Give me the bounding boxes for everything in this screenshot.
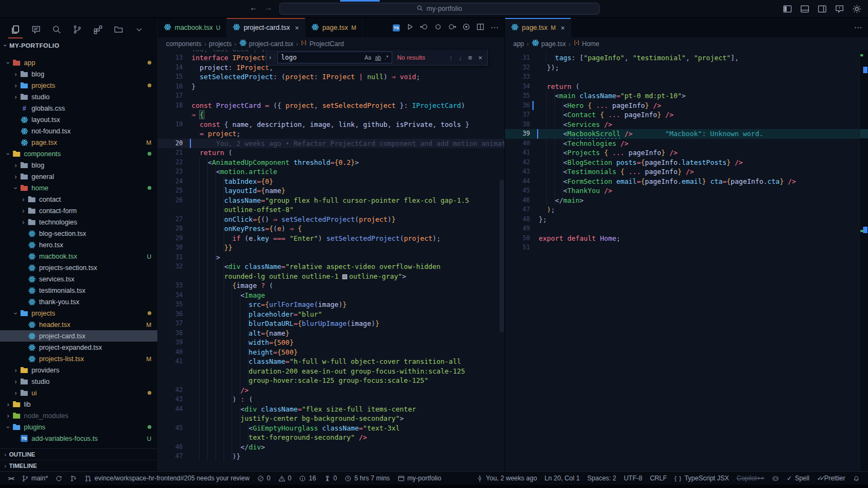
line-number[interactable]: 33	[505, 72, 530, 82]
tree-item-app[interactable]: ›app	[0, 57, 157, 68]
tree-item-blog-section.tsx[interactable]: blog-section.tsx	[0, 228, 157, 239]
tree-item-layout.tsx[interactable]: layout.tsx	[0, 114, 157, 125]
line-number[interactable]: 17	[158, 91, 183, 101]
line-number[interactable]: 48	[505, 215, 530, 224]
line-number[interactable]: 21	[158, 148, 183, 158]
line-number[interactable]: 30	[158, 243, 183, 253]
scrollbar[interactable]	[500, 180, 504, 332]
tree-item-studio[interactable]: ›studio	[0, 91, 157, 102]
status-item-main-[interactable]: main*	[18, 472, 52, 485]
tree-item-technologies[interactable]: ›technologies	[0, 216, 157, 228]
ts-badge[interactable]: TS	[393, 24, 400, 31]
line-number[interactable]: 25	[158, 186, 183, 196]
tree-item-page.tsx[interactable]: page.tsxM	[0, 137, 157, 148]
line-number[interactable]: 42	[158, 386, 183, 395]
line-number[interactable]	[158, 110, 183, 120]
run-icon[interactable]	[406, 23, 414, 33]
line-number[interactable]: 51	[505, 243, 530, 253]
line-number[interactable]: 43	[158, 395, 183, 404]
find-next-icon[interactable]: ↓	[458, 54, 462, 62]
line-number[interactable]: 15	[158, 72, 183, 82]
line-number[interactable]: 44	[505, 177, 530, 187]
status-item-ln-20-col-1[interactable]: Ln 20, Col 1	[541, 472, 584, 485]
code-editor-page[interactable]: 31 tags: ["pageInfo", "testimonial", "pr…	[505, 50, 868, 471]
status-item-utf-8[interactable]: UTF-8	[620, 472, 646, 485]
tree-item-project-expanded.tsx[interactable]: project-expanded.tsx	[0, 342, 157, 353]
tree-item-add-variables-focus.ts[interactable]: TSadd-variables-focus.tsU	[0, 433, 157, 444]
nav-back-button[interactable]: ←	[250, 3, 258, 12]
line-number[interactable]: 41	[158, 357, 183, 367]
line-number[interactable]: 31	[158, 253, 183, 262]
tree-item-services.tsx[interactable]: services.tsx	[0, 273, 157, 285]
tab-project-card.tsx[interactable]: project-card.tsx×	[227, 18, 305, 37]
more-icon[interactable]: ⋯	[490, 23, 499, 33]
line-number[interactable]: 33	[158, 281, 183, 291]
status-item-sync-icon[interactable]	[52, 472, 66, 485]
line-number[interactable]: 46	[505, 196, 530, 206]
line-number[interactable]: 38	[505, 120, 530, 130]
breadcrumb-item[interactable]: app	[513, 40, 524, 48]
line-number[interactable]: 49	[505, 224, 530, 234]
close-icon[interactable]: ×	[295, 24, 299, 32]
nav-back-icon[interactable]	[420, 23, 428, 33]
breadcrumb-item[interactable]: projects	[209, 40, 232, 48]
line-number[interactable]: 38	[158, 329, 183, 338]
tree-item-thank-you.tsx[interactable]: thank-you.tsx	[0, 296, 157, 307]
tree-item-plugins[interactable]: ›plugins	[0, 421, 157, 433]
line-number[interactable]: 35	[505, 91, 530, 101]
tree-item-lib[interactable]: ›lib	[0, 399, 157, 410]
line-number[interactable]: 50	[505, 234, 530, 243]
breadcrumb-item[interactable]: ProjectCard	[301, 40, 343, 48]
tree-item-projects-section.tsx[interactable]: projects-section.tsx	[0, 262, 157, 273]
close-icon[interactable]: ×	[478, 54, 482, 62]
line-number[interactable]: 39	[158, 338, 183, 348]
line-number[interactable]: 32	[505, 63, 530, 73]
nav-circle-icon[interactable]	[434, 23, 442, 33]
tree-item-general[interactable]: ›general	[0, 171, 157, 182]
line-number[interactable]: 22	[158, 158, 183, 168]
breadcrumb-item[interactable]: page.tsx	[532, 39, 566, 48]
status-item-spaces-2[interactable]: Spaces: 2	[584, 472, 620, 485]
run-timer-icon[interactable]	[462, 23, 470, 33]
line-number[interactable]: 16	[158, 82, 183, 92]
tree-item-contact-form[interactable]: ›contact-form	[0, 205, 157, 216]
line-number[interactable]: 35	[158, 300, 183, 310]
find-input[interactable]: logo Aa ab .*	[277, 52, 392, 63]
split-editor-icon[interactable]	[476, 23, 484, 33]
line-number[interactable]: 23	[158, 167, 183, 177]
status-item-bell-icon[interactable]	[849, 472, 864, 485]
tree-item-projects[interactable]: ›projects	[0, 307, 157, 319]
line-number[interactable]	[158, 272, 183, 281]
timeline-section-header[interactable]: › TIMELINE	[0, 460, 157, 471]
status-item-5-hrs-7-mins[interactable]: 5 hrs 7 mins	[341, 472, 393, 485]
explorer-root-header[interactable]: › MY-PORTFOLIO	[0, 39, 157, 51]
code-editor-project-card[interactable]: You, last week | 1 author (You) 13interf…	[158, 50, 505, 471]
tree-item-providers[interactable]: ›providers	[0, 364, 157, 376]
line-number[interactable]: 37	[505, 110, 530, 120]
layout-panel-icon[interactable]	[800, 4, 809, 14]
line-number[interactable]: 20	[158, 139, 183, 149]
line-number[interactable]: 39	[505, 129, 530, 139]
find-in-selection-icon[interactable]: ≡	[468, 54, 473, 62]
tree-item-hero.tsx[interactable]: hero.tsx	[0, 239, 157, 251]
line-number[interactable]: 44	[158, 404, 183, 414]
line-number[interactable]: 47	[158, 452, 183, 461]
status-item-0[interactable]: 0	[320, 472, 341, 485]
activity-chevron-down-icon[interactable]	[135, 25, 144, 34]
tree-item-blog[interactable]: ›blog	[0, 68, 157, 80]
status-item-my-portfolio[interactable]: my-portfolio	[394, 472, 445, 485]
status-item-16[interactable]: 16	[295, 472, 320, 485]
line-number[interactable]	[158, 414, 183, 423]
status-item-evince-workspace-hr-frontend-205-needs-your-review[interactable]: evince/workspace-hr-frontend#205 needs y…	[81, 472, 253, 485]
overview-ruler[interactable]	[859, 50, 868, 471]
line-number[interactable]: 37	[158, 319, 183, 329]
tree-item-testimonials.tsx[interactable]: testimonials.tsx	[0, 285, 157, 296]
status-item-0[interactable]: 0	[275, 472, 296, 485]
line-number[interactable]: 18	[158, 101, 183, 111]
line-number[interactable]: 29	[158, 234, 183, 243]
outline-section-header[interactable]: › OUTLINE	[0, 448, 157, 460]
status-item-prettier[interactable]: ✓✓ Prettier	[813, 472, 849, 485]
status-item-0[interactable]: 0	[253, 472, 275, 485]
line-number[interactable]: 47	[505, 205, 530, 215]
status-item-copilot-[interactable]: Copilot++	[733, 472, 768, 485]
